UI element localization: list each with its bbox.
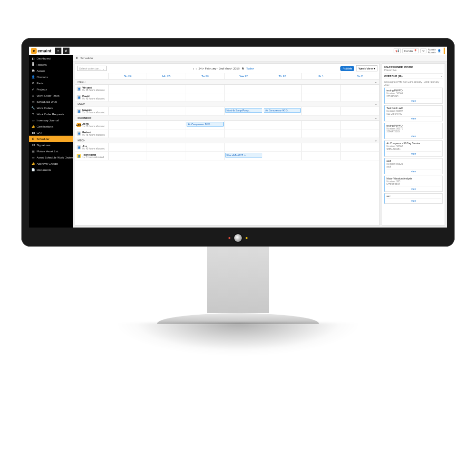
brand-logo[interactable]: e emaint — [31, 48, 51, 54]
day-cell[interactable] — [109, 152, 147, 160]
day-cell[interactable] — [225, 93, 263, 101]
sidebar-item-scheduled-wos[interactable]: ▭Scheduled WOs — [29, 99, 73, 105]
day-cell[interactable] — [147, 121, 186, 129]
unassigned-card[interactable]: Air Compressor 90 Day Service Number: 50… — [384, 140, 443, 157]
card-view-link[interactable]: view — [387, 151, 441, 155]
sidebar-item-asset-schedule-work-orders[interactable]: ▭Asset Schedule Work Orders — [29, 154, 73, 160]
sidebar-item-projects[interactable]: ✔Projects — [29, 86, 73, 92]
day-cell[interactable] — [147, 107, 186, 115]
sidebar-item-work-orders[interactable]: 🔧Work Orders — [29, 105, 73, 111]
sidebar-item-documents[interactable]: 📄Documents — [29, 167, 73, 173]
day-cell[interactable] — [302, 93, 340, 101]
sidebar-item-dashboard[interactable]: ◧Dashboard — [29, 55, 73, 61]
group-header[interactable]: ENGINEER⌄ — [75, 116, 379, 121]
day-cell[interactable] — [109, 107, 147, 115]
sidebar-item-parts[interactable]: ⚙Parts — [29, 80, 73, 86]
day-cell[interactable] — [147, 143, 186, 151]
day-cell[interactable] — [225, 121, 263, 129]
day-cell[interactable] — [263, 121, 302, 129]
calendar-select[interactable]: Select calendar... ⌄ — [77, 66, 107, 71]
refresh-button[interactable]: ↻ — [420, 48, 426, 53]
day-cell[interactable] — [302, 143, 340, 151]
sidebar-item-motors-asset-list[interactable]: ▤Motors Asset List — [29, 148, 73, 154]
sidebar-item-signatures[interactable]: 🏷Signatures — [29, 142, 73, 148]
day-cell[interactable]: Air Compressor 90 D... — [263, 107, 302, 115]
day-cell[interactable] — [341, 121, 379, 129]
day-cell[interactable] — [109, 93, 147, 101]
day-cell[interactable] — [341, 143, 379, 151]
resource-cell[interactable]: 👤 David 0 / 45 hours allocated — [75, 93, 109, 101]
work-order-chip[interactable]: Air Compressor 90 D... — [187, 122, 224, 127]
sidebar-item-cat[interactable]: ▮▮CAT — [29, 129, 73, 136]
prev-week-button[interactable]: ‹ — [193, 67, 194, 70]
unassigned-card[interactable]: Motor Vibration Analysis Number: 280 MTR… — [384, 176, 443, 192]
view-mode-select[interactable]: Week View ▾ — [356, 65, 377, 71]
day-cell[interactable] — [263, 129, 302, 138]
card-view-link[interactable]: view — [387, 169, 441, 173]
chevron-down-icon[interactable]: ⌄ — [440, 75, 443, 78]
day-cell[interactable] — [263, 152, 302, 160]
card-view-link[interactable]: view — [387, 187, 441, 190]
announcement-button[interactable]: 📢 — [394, 48, 401, 53]
day-cell[interactable] — [225, 85, 263, 93]
card-view-link[interactable]: view — [387, 99, 441, 102]
unassigned-card[interactable]: testing PM WO Number: 50670 2396472365 v… — [384, 123, 443, 139]
day-cell[interactable] — [302, 129, 340, 138]
day-cell[interactable] — [263, 85, 302, 93]
day-cell[interactable] — [109, 121, 147, 129]
day-cell[interactable]: Monthly Sump Pump... — [225, 107, 263, 115]
day-cell[interactable] — [341, 152, 379, 160]
sidebar-item-approval-groups[interactable]: 👍Approval Groups — [29, 160, 73, 167]
day-cell[interactable] — [341, 107, 379, 115]
day-cell[interactable] — [263, 143, 302, 151]
sidebar-item-certifications[interactable]: 👍Certifications — [29, 123, 73, 129]
location-selector[interactable]: Florida 📍 — [402, 48, 419, 53]
day-cell[interactable] — [302, 107, 340, 115]
sidebar-item-reports[interactable]: ≣Reports — [29, 61, 73, 68]
day-cell[interactable] — [147, 129, 186, 138]
unassigned-card[interactable]: testing PM WO Number: 50669 235345345 vi… — [384, 88, 443, 104]
group-header[interactable]: MECH⌄ — [75, 138, 379, 143]
share-icon[interactable]: ⋔ — [63, 48, 69, 54]
group-header[interactable]: ITECH⌄ — [75, 79, 379, 85]
day-cell[interactable] — [109, 129, 147, 138]
sidebar-item-assets[interactable]: ⛟Assets — [29, 68, 73, 74]
next-week-button[interactable]: › — [196, 67, 197, 70]
sidebar-item-scheduler[interactable]: 🗓Scheduler — [29, 136, 73, 142]
day-cell[interactable] — [341, 85, 379, 93]
resource-cell[interactable]: AJKA John 1 / 60 hours allocated — [75, 121, 109, 129]
user-block[interactable]: Admin Admin — [428, 48, 436, 54]
day-cell[interactable] — [186, 93, 225, 101]
unassigned-card[interactable]: asd view — [384, 193, 443, 204]
day-cell[interactable] — [186, 107, 225, 115]
day-cell[interactable] — [186, 129, 225, 138]
sidebar-item-inventory-journal[interactable]: ▭Inventory Journal — [29, 117, 73, 123]
day-cell[interactable] — [302, 152, 340, 160]
group-header[interactable]: HVAC⌄ — [75, 102, 379, 107]
day-cell[interactable] — [186, 85, 225, 93]
resource-cell[interactable]: 👤 Robert 0 / 45 hours allocated — [75, 129, 109, 138]
work-order-chip[interactable]: Monthly Sump Pump... — [225, 108, 262, 113]
day-cell[interactable] — [186, 143, 225, 151]
resource-cell[interactable]: 👤 Vincent 0 / 45 hours allocated — [75, 85, 109, 93]
menu-list-icon[interactable]: ≡ — [55, 48, 61, 54]
day-cell[interactable] — [109, 85, 147, 93]
day-cell[interactable] — [341, 93, 379, 101]
work-order-chip[interactable]: Air Compressor 90 D... — [264, 108, 301, 113]
sidebar-item-work-order-tasks[interactable]: ≡Work Order Tasks — [29, 92, 73, 99]
resource-cell[interactable]: 👤 Joe 0 / 45 hours allocated — [75, 143, 109, 151]
day-cell[interactable] — [225, 129, 263, 138]
day-cell[interactable] — [147, 93, 186, 101]
day-cell[interactable] — [109, 143, 147, 151]
card-view-link[interactable]: view — [387, 198, 441, 202]
day-cell[interactable] — [302, 85, 340, 93]
publish-button[interactable]: Publish — [340, 66, 355, 71]
sidebar-item-work-order-requests[interactable]: ?Work Order Requests — [29, 111, 73, 117]
day-cell[interactable]: Air Compressor 90 D... — [186, 121, 225, 129]
card-view-link[interactable]: view — [387, 116, 441, 120]
resource-cell[interactable]: 👤 Naveen 2 / 60 hours allocated — [75, 107, 109, 115]
unassigned-card[interactable]: asdf Number: 50525 asdf view — [384, 158, 443, 174]
unassigned-card[interactable]: Test Dublin WO Number: 50697 023-23-540-… — [384, 105, 443, 121]
card-view-link[interactable]: view — [387, 134, 441, 138]
day-cell[interactable] — [263, 93, 302, 101]
